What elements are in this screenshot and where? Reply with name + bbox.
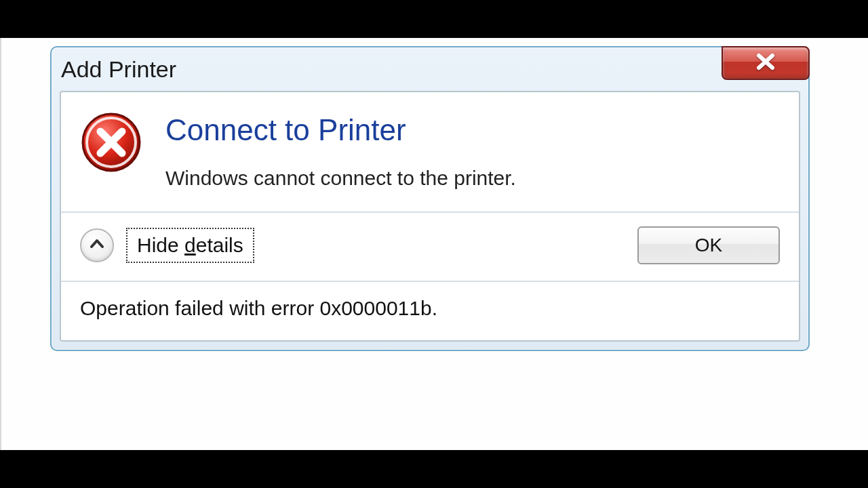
toggle-details-link[interactable]: Hide details	[126, 228, 254, 263]
toggle-details-label: Hide details	[137, 234, 243, 256]
actions-row: Hide details OK	[61, 213, 799, 281]
close-icon	[752, 53, 779, 73]
dialog-window: Add Printer	[50, 46, 810, 351]
toggle-details-button[interactable]	[80, 228, 114, 262]
dialog-heading: Connect to Printer	[165, 114, 780, 146]
ok-button[interactable]: OK	[637, 226, 780, 264]
message-section: Connect to Printer Windows cannot connec…	[61, 92, 799, 211]
close-button[interactable]	[722, 46, 810, 80]
dialog-message: Windows cannot connect to the printer.	[165, 167, 780, 190]
details-text: Operation failed with error 0x0000011b.	[80, 297, 437, 319]
page-background: Add Printer	[0, 38, 868, 450]
window-title: Add Printer	[61, 56, 176, 83]
chevron-up-icon	[89, 236, 105, 255]
message-column: Connect to Printer Windows cannot connec…	[165, 111, 780, 190]
error-icon	[80, 111, 142, 176]
details-section: Operation failed with error 0x0000011b.	[61, 282, 799, 340]
title-bar[interactable]: Add Printer	[52, 47, 808, 91]
dialog-client-area: Connect to Printer Windows cannot connec…	[60, 91, 800, 342]
